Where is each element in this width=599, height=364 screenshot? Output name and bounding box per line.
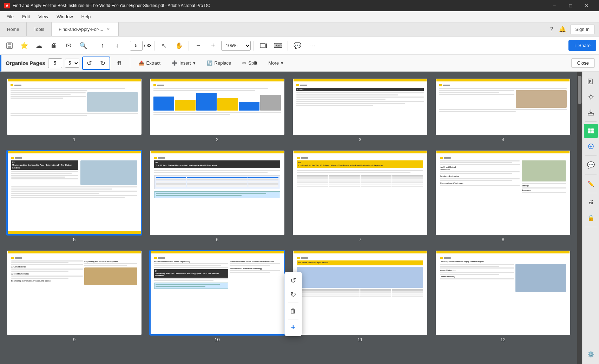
- ctx-add-button[interactable]: +: [287, 321, 300, 334]
- page-item-9[interactable]: Actuarial Science Applied Mathematics En…: [7, 251, 141, 342]
- page-thumb-3[interactable]: Content: [293, 79, 427, 135]
- window-controls[interactable]: − □ ✕: [546, 0, 595, 11]
- rp-redact-button[interactable]: 🔒: [584, 211, 598, 225]
- pan-tool-button[interactable]: ✋: [172, 39, 186, 52]
- rp-comment-button[interactable]: 💬: [584, 158, 598, 172]
- menu-help[interactable]: Help: [78, 13, 94, 21]
- download-button[interactable]: ↓: [111, 39, 124, 52]
- more-button[interactable]: More ▾: [264, 59, 288, 67]
- organize-page-dropdown[interactable]: 5: [65, 59, 79, 68]
- ctx-separator-2: [288, 319, 298, 319]
- rp-print-button[interactable]: 🖨: [584, 195, 598, 209]
- page-thumb-10[interactable]: Naval Architecture and Marine Engineerin…: [150, 251, 284, 335]
- page-item-12[interactable]: University Requirements for Highly Talen…: [436, 251, 570, 342]
- organize-title: Organize Pages: [6, 60, 45, 66]
- close-button[interactable]: ✕: [579, 0, 595, 11]
- upload-button[interactable]: ↑: [96, 39, 109, 52]
- rp-edit-button[interactable]: ✏️: [584, 177, 598, 191]
- sign-in-button[interactable]: Sign In: [570, 25, 595, 34]
- page-thumb-7[interactable]: 03Looking Into the Top 10 Subject Majors…: [293, 151, 427, 235]
- email-button[interactable]: ✉: [62, 39, 75, 52]
- extract-button[interactable]: 📤 Extract: [134, 59, 165, 67]
- insert-button[interactable]: ➕ Insert ▾: [167, 59, 200, 67]
- page-thumb-6[interactable]: 02The 10 Best Global Universities Leadin…: [150, 151, 284, 235]
- ctx-rotate-ccw-button[interactable]: ↺: [287, 274, 300, 287]
- rotate-cw-button[interactable]: ↻: [96, 57, 110, 69]
- notification-icon[interactable]: 🔔: [558, 25, 567, 34]
- rp-enhance-button[interactable]: [584, 90, 598, 104]
- close-organize-button[interactable]: Close: [571, 58, 595, 68]
- replace-button[interactable]: 🔄 Replace: [203, 59, 236, 67]
- page-item-3[interactable]: Content 3: [293, 79, 427, 142]
- help-icon[interactable]: ?: [549, 25, 555, 34]
- scan-button[interactable]: [257, 39, 270, 52]
- menu-view[interactable]: View: [35, 13, 52, 21]
- menu-edit[interactable]: Edit: [19, 13, 33, 21]
- maximize-button[interactable]: □: [562, 0, 579, 11]
- bookmark-button[interactable]: ⭐: [18, 39, 31, 52]
- svg-rect-18: [591, 128, 594, 131]
- extract-label: Extract: [146, 60, 160, 66]
- page-thumb-8[interactable]: Health and MedicalPreparation Petroleum …: [436, 151, 570, 235]
- ctx-rotate-cw-button[interactable]: ↻: [287, 288, 300, 301]
- rp-separator-1: [585, 121, 597, 122]
- organize-page-input[interactable]: [48, 58, 62, 68]
- page-item-4[interactable]: 4: [436, 79, 570, 142]
- page-item-11[interactable]: US State Scholarship Leaders: [293, 251, 427, 342]
- page-item-5[interactable]: 01Understanding the Need to Apply Intern…: [7, 151, 141, 242]
- save-button[interactable]: [3, 39, 16, 52]
- share-button[interactable]: ↑ Share: [568, 40, 596, 51]
- rp-extra-button[interactable]: [584, 139, 598, 153]
- page-item-1[interactable]: 1: [7, 79, 141, 142]
- page-item-6[interactable]: 02The 10 Best Global Universities Leadin…: [150, 151, 284, 242]
- cloud-upload-button[interactable]: ☁: [32, 39, 46, 52]
- page-thumb-11[interactable]: US State Scholarship Leaders: [293, 251, 427, 335]
- delete-page-button[interactable]: 🗑: [113, 57, 126, 69]
- tab-home[interactable]: Home: [0, 22, 27, 36]
- rp-export-button[interactable]: [584, 105, 598, 119]
- page-number-input[interactable]: [130, 41, 143, 51]
- page-num-12: 12: [500, 337, 505, 342]
- select-tool-button[interactable]: ↖: [158, 39, 171, 52]
- menu-file[interactable]: File: [3, 13, 17, 21]
- rp-organize-button[interactable]: [584, 124, 598, 138]
- find-button[interactable]: 🔍: [77, 39, 90, 52]
- svg-rect-15: [588, 113, 594, 115]
- toolbar-separator-1: [93, 41, 93, 51]
- print-button[interactable]: 🖨: [47, 39, 60, 52]
- context-menu: ↺ ↻ 🗑 +: [284, 272, 302, 336]
- page-thumb-5[interactable]: 01Understanding the Need to Apply Intern…: [7, 151, 141, 235]
- keyboard-button[interactable]: ⌨: [271, 39, 285, 52]
- page-item-7[interactable]: 03Looking Into the Top 10 Subject Majors…: [293, 151, 427, 242]
- rotate-ccw-button[interactable]: ↺: [83, 57, 96, 69]
- acrobat-icon: A: [4, 3, 10, 8]
- tab-close-button[interactable]: ✕: [105, 26, 111, 32]
- split-button[interactable]: ✂ Split: [238, 59, 261, 67]
- rp-settings-button[interactable]: ⚙️: [584, 347, 598, 361]
- more-tools-button[interactable]: ⋯: [305, 39, 319, 52]
- tab-tools[interactable]: Tools: [27, 22, 52, 36]
- menu-window[interactable]: Window: [53, 13, 76, 21]
- zoom-out-button[interactable]: −: [192, 39, 205, 52]
- page-thumb-9[interactable]: Actuarial Science Applied Mathematics En…: [7, 251, 141, 335]
- minimize-button[interactable]: −: [546, 0, 562, 11]
- page-item-8[interactable]: Health and MedicalPreparation Petroleum …: [436, 151, 570, 242]
- page-thumb-1[interactable]: [7, 79, 141, 135]
- zoom-in-button[interactable]: +: [206, 39, 220, 52]
- grid-container: 1: [0, 72, 582, 364]
- comment-button[interactable]: 💬: [291, 39, 304, 52]
- scrollbar-thumb[interactable]: [578, 76, 581, 104]
- more-dropdown-icon: ▾: [281, 60, 283, 66]
- ctx-delete-button[interactable]: 🗑: [287, 304, 300, 318]
- page-thumb-12[interactable]: University Requirements for Highly Talen…: [436, 251, 570, 335]
- page-thumb-2[interactable]: [150, 79, 284, 135]
- zoom-dropdown[interactable]: 105% 100% 75% 50% 150% 200%: [221, 41, 251, 51]
- toolbar-separator-2: [127, 41, 127, 51]
- page-thumb-4[interactable]: [436, 79, 570, 135]
- rotate-group: ↺ ↻: [82, 57, 110, 70]
- rp-annotate-button[interactable]: [584, 74, 598, 88]
- page-item-2[interactable]: 2: [150, 79, 284, 142]
- scrollbar[interactable]: [577, 72, 582, 364]
- page-item-10[interactable]: Naval Architecture and Marine Engineerin…: [150, 251, 284, 342]
- tab-document[interactable]: Find-and-Apply-For-... ✕: [52, 22, 119, 36]
